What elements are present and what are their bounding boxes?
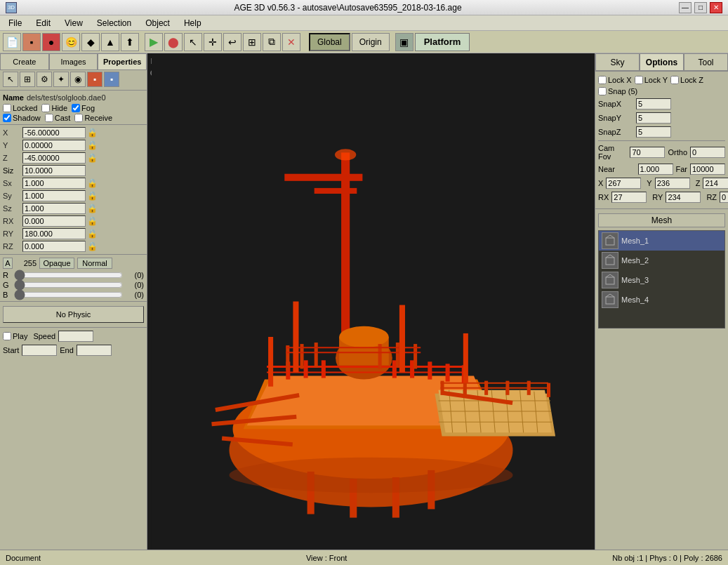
snapz-input[interactable] (636, 126, 671, 138)
lock-x-checkbox[interactable] (598, 76, 607, 84)
shadow-checkbox[interactable] (3, 114, 11, 122)
grid-icon[interactable]: ⊞ (20, 72, 35, 87)
sz-input[interactable] (22, 203, 86, 214)
b-slider[interactable] (14, 292, 123, 298)
anim-icon[interactable]: ◉ (70, 72, 86, 87)
face-button[interactable]: 😊 (62, 33, 80, 51)
tab-options[interactable]: Options (640, 53, 684, 71)
end-input[interactable] (77, 345, 112, 356)
y-lock-icon[interactable]: 🔒 (87, 140, 98, 150)
hide-checkbox[interactable] (41, 104, 50, 112)
global-button[interactable]: Global (309, 33, 350, 51)
sz-lock-icon[interactable]: 🔒 (87, 204, 98, 213)
open-button[interactable]: ▪ (22, 33, 41, 51)
y-input[interactable] (22, 140, 86, 151)
cast-checkbox[interactable] (45, 114, 53, 122)
sy-lock-icon[interactable]: 🔒 (87, 191, 98, 201)
rz-lock-icon[interactable]: 🔒 (87, 241, 98, 251)
sx-input[interactable] (22, 178, 86, 189)
maximize-button[interactable]: □ (694, 2, 707, 13)
menu-file[interactable]: File (3, 17, 27, 29)
play-checkbox[interactable] (3, 332, 11, 340)
color-icon[interactable]: ▪ (87, 72, 102, 87)
gear-icon[interactable]: ⚙ (37, 72, 52, 87)
sy-input[interactable] (22, 190, 86, 201)
tab-images[interactable]: Images (49, 53, 98, 70)
receive-check-label[interactable]: Receive (74, 114, 112, 122)
hide-check-label[interactable]: Hide (41, 104, 67, 112)
grid-button[interactable]: ⊞ (243, 33, 261, 51)
mesh-item-3[interactable]: Mesh_3 (599, 270, 724, 290)
platform-icon-btn[interactable]: ▣ (395, 33, 413, 51)
menu-object[interactable]: Object (140, 17, 176, 29)
far-input[interactable] (690, 164, 725, 175)
fog-checkbox[interactable] (72, 104, 80, 112)
mesh-item-2[interactable]: Mesh_2 (599, 251, 724, 270)
rz-cam-input[interactable] (720, 192, 728, 203)
lock-y-label[interactable]: Lock Y (635, 76, 668, 84)
start-input[interactable] (22, 345, 57, 356)
gem-button[interactable]: ◆ (81, 33, 100, 51)
play-button[interactable]: ▶ (145, 33, 163, 51)
material-icon[interactable]: ▪ (104, 72, 119, 87)
normal-button[interactable]: Normal (77, 258, 112, 269)
record-button[interactable]: ⬤ (164, 33, 183, 51)
lock-z-checkbox[interactable] (670, 76, 679, 84)
x-lock-icon[interactable]: 🔒 (87, 128, 98, 138)
menu-edit[interactable]: Edit (30, 17, 56, 29)
x-cam-input[interactable] (606, 178, 641, 189)
locked-checkbox[interactable] (3, 104, 11, 112)
tab-create[interactable]: Create (0, 53, 49, 70)
delete-button[interactable]: ✕ (282, 33, 300, 51)
save-button[interactable]: ● (42, 33, 60, 51)
lock-x-label[interactable]: Lock X (598, 76, 632, 84)
terrain-button[interactable]: ▲ (101, 33, 119, 51)
new-button[interactable]: 📄 (3, 33, 21, 51)
rx-input[interactable] (22, 215, 86, 227)
speed-input[interactable] (58, 331, 93, 342)
sx-lock-icon[interactable]: 🔒 (87, 178, 98, 188)
select-icon[interactable]: ↖ (3, 72, 18, 87)
lock-y-checkbox[interactable] (635, 76, 643, 84)
fog-check-label[interactable]: Fog (72, 104, 95, 112)
opaque-button[interactable]: Opaque (39, 258, 74, 269)
select-button[interactable]: ↖ (184, 33, 202, 51)
ry-cam-input[interactable] (666, 192, 701, 203)
undo-button[interactable]: ↩ (223, 33, 241, 51)
z-cam-input[interactable] (703, 178, 728, 189)
close-button[interactable]: ✕ (710, 2, 722, 13)
play-check-label[interactable]: Play (3, 332, 27, 340)
rx-cam-input[interactable] (611, 192, 647, 203)
y-cam-input[interactable] (655, 178, 690, 189)
no-physic-button[interactable]: No Physic (3, 306, 144, 323)
minimize-button[interactable]: — (679, 2, 691, 13)
r-slider[interactable] (14, 272, 123, 278)
tab-properties[interactable]: Properties (98, 53, 147, 70)
light-icon[interactable]: ✦ (53, 72, 69, 87)
ry-lock-icon[interactable]: 🔒 (87, 229, 98, 239)
snapy-input[interactable] (636, 112, 671, 124)
menu-selection[interactable]: Selection (91, 17, 137, 29)
snap-checkbox[interactable] (598, 87, 607, 95)
ry-input[interactable] (22, 228, 86, 239)
z-lock-icon[interactable]: 🔒 (87, 153, 98, 163)
snap-check-label[interactable]: Snap (5) (598, 87, 637, 95)
export-button[interactable]: ⬆ (121, 33, 139, 51)
z-input[interactable] (22, 152, 86, 164)
ortho-input[interactable] (690, 147, 725, 158)
receive-checkbox[interactable] (74, 114, 83, 122)
menu-help[interactable]: Help (178, 17, 207, 29)
shadow-check-label[interactable]: Shadow (3, 114, 41, 122)
platform-button[interactable]: Platform (415, 33, 470, 51)
camfov-input[interactable] (630, 147, 665, 158)
near-input[interactable] (638, 164, 673, 175)
mesh-item-1[interactable]: Mesh_1 (599, 231, 724, 251)
cast-check-label[interactable]: Cast (45, 114, 71, 122)
rx-lock-icon[interactable]: 🔒 (87, 216, 98, 226)
origin-button[interactable]: Origin (352, 33, 390, 51)
snapx-input[interactable] (636, 98, 671, 109)
mesh-item-4[interactable]: Mesh_4 (599, 290, 724, 310)
rz-input[interactable] (22, 241, 86, 252)
lock-z-label[interactable]: Lock Z (670, 76, 703, 84)
tab-tool[interactable]: Tool (684, 53, 728, 71)
